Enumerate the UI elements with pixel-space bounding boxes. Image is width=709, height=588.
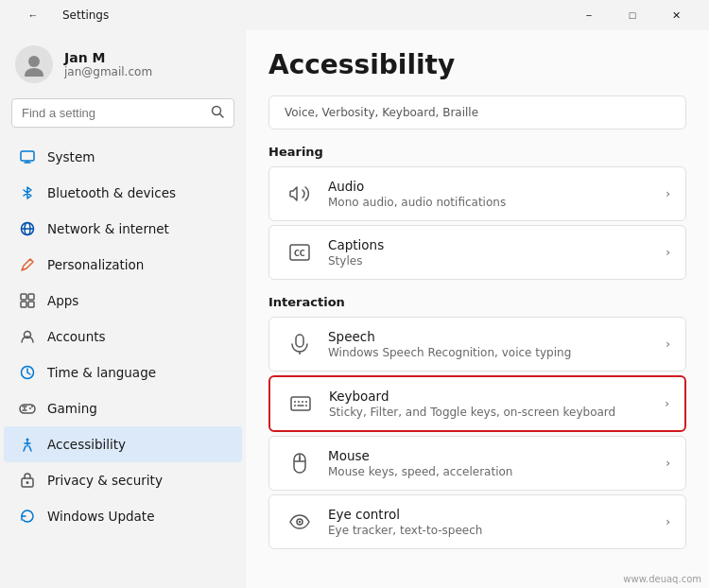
sidebar-item-time-label: Time & language <box>47 365 156 380</box>
audio-icon <box>285 179 315 209</box>
keyboard-title: Keyboard <box>329 389 657 404</box>
sidebar-item-apps[interactable]: Apps <box>4 283 242 319</box>
keyboard-chevron: › <box>665 397 669 410</box>
eye-control-icon <box>285 507 315 537</box>
svg-point-42 <box>299 521 301 523</box>
settings-item-captions[interactable]: CC Captions Styles › <box>268 225 686 280</box>
sidebar-item-privacy-label: Privacy & security <box>47 473 163 488</box>
privacy-icon <box>19 472 36 489</box>
sidebar-item-apps-label: Apps <box>47 293 78 308</box>
sidebar-item-time[interactable]: Time & language <box>4 355 242 390</box>
audio-desc: Mono audio, audio notifications <box>328 196 658 209</box>
captions-desc: Styles <box>328 254 658 268</box>
svg-point-22 <box>26 439 29 441</box>
content-area: Accessibility Voice, Verbosity, Keyboard… <box>246 30 709 588</box>
eye-control-desc: Eye tracker, text-to-speech <box>328 524 658 537</box>
scroll-hint: Voice, Verbosity, Keyboard, Braille <box>268 95 686 130</box>
speech-chevron: › <box>666 337 670 351</box>
svg-point-20 <box>29 407 31 409</box>
mouse-title: Mouse <box>328 448 658 463</box>
svg-rect-29 <box>291 397 310 410</box>
search-icon <box>211 105 224 121</box>
user-info: Jan M jan@gmail.com <box>64 50 152 78</box>
titlebar-left: ← Settings <box>11 0 109 30</box>
settings-item-eye-control[interactable]: Eye control Eye tracker, text-to-speech … <box>268 494 686 549</box>
svg-text:CC: CC <box>294 250 305 258</box>
section-interaction: Interaction <box>268 295 686 309</box>
sidebar-item-network[interactable]: Network & internet <box>4 211 242 247</box>
svg-point-24 <box>26 481 29 484</box>
sidebar-item-accessibility-label: Accessibility <box>47 437 126 452</box>
svg-rect-12 <box>21 302 26 307</box>
search-container <box>0 95 246 139</box>
audio-title: Audio <box>328 179 658 194</box>
sidebar-item-network-label: Network & internet <box>47 221 169 236</box>
speech-icon <box>285 329 315 359</box>
keyboard-icon <box>285 389 316 419</box>
sidebar-item-system[interactable]: System <box>4 139 242 175</box>
update-icon <box>19 508 36 525</box>
svg-point-0 <box>28 56 40 67</box>
svg-rect-10 <box>21 294 26 300</box>
captions-chevron: › <box>666 246 670 259</box>
settings-item-audio[interactable]: Audio Mono audio, audio notifications › <box>268 166 686 221</box>
svg-rect-11 <box>28 294 34 300</box>
svg-rect-13 <box>28 302 34 307</box>
titlebar: ← Settings − □ ✕ <box>0 0 709 30</box>
audio-text: Audio Mono audio, audio notifications <box>328 179 658 209</box>
captions-text: Captions Styles <box>328 237 658 268</box>
keyboard-text: Keyboard Sticky, Filter, and Toggle keys… <box>329 389 657 419</box>
sidebar-item-accessibility[interactable]: Accessibility <box>4 426 242 462</box>
sidebar-item-bluetooth[interactable]: Bluetooth & devices <box>4 175 242 211</box>
back-button[interactable]: ← <box>11 0 55 30</box>
sidebar-item-bluetooth-label: Bluetooth & devices <box>47 185 176 200</box>
minimize-button[interactable]: − <box>567 0 611 30</box>
speech-desc: Windows Speech Recognition, voice typing <box>328 346 658 359</box>
speech-title: Speech <box>328 329 658 344</box>
page-title: Accessibility <box>268 30 686 95</box>
sidebar-item-personalization-label: Personalization <box>47 257 144 272</box>
svg-line-3 <box>220 114 224 118</box>
sidebar-item-personalization[interactable]: Personalization <box>4 247 242 283</box>
gaming-icon <box>19 400 36 417</box>
svg-rect-27 <box>296 335 303 347</box>
avatar <box>15 45 53 83</box>
mouse-desc: Mouse keys, speed, acceleration <box>328 465 658 478</box>
nav-menu: System Bluetooth & devices Network & int… <box>0 139 246 534</box>
sidebar-item-privacy[interactable]: Privacy & security <box>4 462 242 498</box>
app-body: Jan M jan@gmail.com <box>0 30 709 588</box>
network-icon <box>19 220 36 237</box>
titlebar-controls: − □ ✕ <box>567 0 698 30</box>
search-input[interactable] <box>22 106 203 120</box>
search-box[interactable] <box>11 98 234 128</box>
user-name: Jan M <box>64 50 152 65</box>
audio-chevron: › <box>666 187 670 200</box>
close-button[interactable]: ✕ <box>654 0 698 30</box>
sidebar-item-update[interactable]: Windows Update <box>4 498 242 534</box>
eye-control-text: Eye control Eye tracker, text-to-speech <box>328 507 658 537</box>
svg-rect-4 <box>21 151 34 161</box>
keyboard-desc: Sticky, Filter, and Toggle keys, on-scre… <box>329 406 657 419</box>
sidebar-item-gaming-label: Gaming <box>47 401 97 416</box>
svg-point-1 <box>25 68 43 77</box>
sidebar-item-system-label: System <box>47 149 95 164</box>
speech-text: Speech Windows Speech Recognition, voice… <box>328 329 658 359</box>
sidebar-item-accounts[interactable]: Accounts <box>4 319 242 355</box>
apps-icon <box>19 292 36 309</box>
user-profile[interactable]: Jan M jan@gmail.com <box>0 30 246 95</box>
sidebar: Jan M jan@gmail.com <box>0 30 246 588</box>
settings-item-mouse[interactable]: Mouse Mouse keys, speed, acceleration › <box>268 436 686 491</box>
system-icon <box>19 148 36 165</box>
titlebar-title: Settings <box>62 9 109 22</box>
personalization-icon <box>19 256 36 273</box>
watermark: www.deuaq.com <box>623 574 701 584</box>
sidebar-item-gaming[interactable]: Gaming <box>4 390 242 426</box>
user-email: jan@gmail.com <box>64 65 152 78</box>
captions-icon: CC <box>285 237 315 268</box>
accessibility-icon <box>19 436 36 453</box>
settings-item-keyboard[interactable]: Keyboard Sticky, Filter, and Toggle keys… <box>268 375 686 432</box>
accounts-icon <box>19 328 36 345</box>
sidebar-item-accounts-label: Accounts <box>47 329 106 344</box>
settings-item-speech[interactable]: Speech Windows Speech Recognition, voice… <box>268 317 686 372</box>
maximize-button[interactable]: □ <box>611 0 654 30</box>
